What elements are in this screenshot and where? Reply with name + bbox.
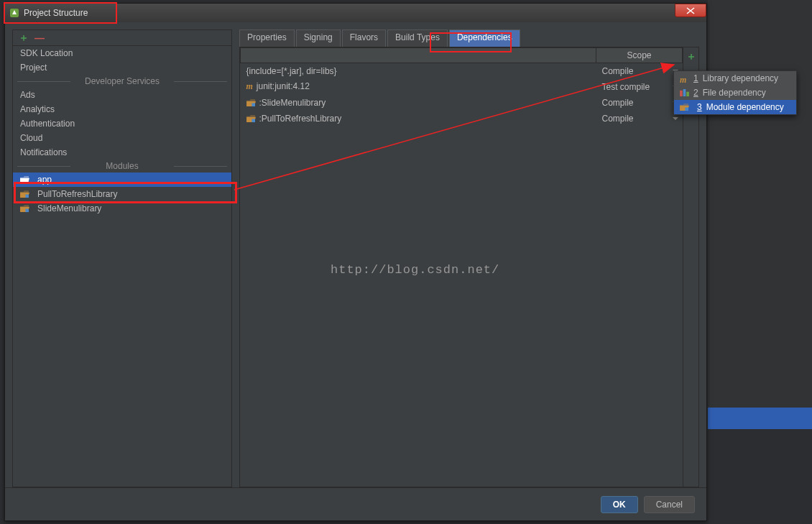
right-panel: PropertiesSigningFlavorsBuild TypesDepen… bbox=[239, 29, 699, 487]
dependency-name: junit:junit:4.12 bbox=[257, 81, 310, 91]
ok-button[interactable]: OK bbox=[601, 496, 638, 513]
sidebar-item-label: SlideMenulibrary bbox=[37, 203, 101, 213]
popup-item-shortcut: 2 bbox=[693, 88, 698, 98]
sidebar-item-label: Project bbox=[20, 63, 47, 73]
sidebar-item-cloud[interactable]: Cloud bbox=[13, 131, 231, 145]
dependency-scope-cell[interactable]: Test compile bbox=[596, 79, 683, 95]
left-list: SDK LocationProjectDeveloper ServicesAds… bbox=[13, 46, 231, 487]
sidebar-item-slidemenulibrary[interactable]: SlideMenulibrary bbox=[13, 201, 231, 216]
dependency-name-cell: mjunit:junit:4.12 bbox=[241, 79, 596, 95]
left-toolbar: ＋ — bbox=[13, 30, 231, 46]
sidebar-item-notifications[interactable]: Notifications bbox=[13, 145, 231, 160]
add-dependency-button[interactable]: ＋ bbox=[686, 50, 696, 63]
dependency-name-cell: :SlideMenulibrary bbox=[241, 95, 596, 111]
popup-item-label: Module dependency bbox=[706, 102, 784, 112]
dependency-row[interactable]: :SlideMenulibraryCompile bbox=[241, 95, 683, 111]
dependencies-table: Scope {include=[*.jar], dir=libs}Compile… bbox=[240, 47, 683, 127]
dependency-scope-cell[interactable]: Compile bbox=[596, 63, 683, 79]
svg-rect-8 bbox=[685, 107, 688, 111]
left-section-header: Developer Services bbox=[13, 75, 231, 88]
dependency-scope-cell[interactable]: Compile bbox=[596, 111, 683, 127]
col-scope-header[interactable]: Scope bbox=[596, 48, 683, 63]
tab-dependencies[interactable]: Dependencies bbox=[449, 29, 520, 47]
window-close-button[interactable] bbox=[675, 4, 706, 17]
dependency-row[interactable]: {include=[*.jar], dir=libs}Compile bbox=[241, 63, 683, 79]
popup-item-library-dependency[interactable]: m 1 Library dependency bbox=[674, 71, 796, 86]
svg-rect-7 bbox=[686, 91, 689, 96]
cancel-button[interactable]: Cancel bbox=[644, 496, 695, 513]
tab-build-types[interactable]: Build Types bbox=[387, 29, 448, 47]
dependency-name: :PullToRefreshLibrary bbox=[259, 114, 342, 124]
sidebar-item-pulltorefreshlibrary[interactable]: PullToRefreshLibrary bbox=[13, 187, 231, 201]
svg-rect-3 bbox=[252, 103, 255, 106]
svg-rect-2 bbox=[25, 208, 29, 212]
dependency-name: :SlideMenulibrary bbox=[259, 98, 326, 108]
sidebar-item-label: Authentication bbox=[20, 119, 75, 129]
svg-rect-5 bbox=[680, 90, 683, 96]
sidebar-item-label: Ads bbox=[20, 90, 35, 100]
left-section-header: Modules bbox=[13, 160, 231, 173]
dependency-name: {include=[*.jar], dir=libs} bbox=[246, 66, 337, 76]
sidebar-item-label: Analytics bbox=[20, 104, 55, 114]
dependencies-table-scroll[interactable]: Scope {include=[*.jar], dir=libs}Compile… bbox=[240, 47, 683, 487]
dependency-name-cell: {include=[*.jar], dir=libs} bbox=[241, 63, 596, 79]
background-panel bbox=[708, 0, 812, 408]
dialog-body: ＋ — SDK LocationProjectDeveloper Service… bbox=[5, 22, 706, 487]
background-accent bbox=[708, 408, 812, 429]
svg-rect-6 bbox=[683, 89, 686, 96]
tab-properties[interactable]: Properties bbox=[239, 29, 295, 47]
svg-rect-1 bbox=[25, 194, 29, 198]
sidebar-item-authentication[interactable]: Authentication bbox=[13, 116, 231, 131]
dialog-footer: OK Cancel bbox=[5, 487, 706, 520]
add-module-button[interactable]: ＋ bbox=[19, 32, 29, 45]
remove-module-button[interactable]: — bbox=[34, 32, 45, 44]
popup-item-shortcut: 1 bbox=[693, 73, 698, 83]
sidebar-item-label: app bbox=[37, 175, 52, 185]
popup-item-shortcut: 3 bbox=[697, 102, 702, 112]
left-panel: ＋ — SDK LocationProjectDeveloper Service… bbox=[12, 29, 232, 487]
sidebar-item-label: Notifications bbox=[20, 147, 67, 157]
tab-flavors[interactable]: Flavors bbox=[342, 29, 386, 47]
project-structure-dialog: Project Structure ＋ — SDK LocationProjec… bbox=[4, 3, 707, 521]
window-title: Project Structure bbox=[24, 8, 706, 18]
dependency-scope-cell[interactable]: Compile bbox=[596, 95, 683, 111]
dependency-row[interactable]: :PullToRefreshLibraryCompile bbox=[241, 111, 683, 127]
titlebar[interactable]: Project Structure bbox=[5, 4, 706, 22]
popup-item-label: Library dependency bbox=[703, 73, 778, 83]
col-name-header[interactable] bbox=[241, 48, 596, 63]
popup-item-label: File dependency bbox=[703, 88, 766, 98]
sidebar-item-project[interactable]: Project bbox=[13, 60, 231, 75]
sidebar-item-ads[interactable]: Ads bbox=[13, 88, 231, 102]
sidebar-item-analytics[interactable]: Analytics bbox=[13, 102, 231, 116]
dependencies-table-wrap: Scope {include=[*.jar], dir=libs}Compile… bbox=[239, 47, 699, 487]
sidebar-item-label: Cloud bbox=[20, 133, 42, 143]
dependency-row[interactable]: mjunit:junit:4.12Test compile bbox=[241, 79, 683, 95]
popup-item-file-dependency[interactable]: 2 File dependency bbox=[674, 86, 796, 100]
sidebar-item-label: PullToRefreshLibrary bbox=[37, 189, 117, 199]
sidebar-item-label: SDK Location bbox=[20, 48, 73, 58]
sidebar-item-app[interactable]: app bbox=[13, 173, 231, 187]
popup-item-module-dependency[interactable]: 3 Module dependency bbox=[674, 100, 796, 114]
add-dependency-popup: m 1 Library dependency 2 File dependency… bbox=[673, 70, 797, 115]
svg-rect-4 bbox=[252, 119, 255, 122]
annotation-title-highlight bbox=[4, 2, 117, 24]
tab-bar: PropertiesSigningFlavorsBuild TypesDepen… bbox=[239, 29, 699, 47]
tab-signing[interactable]: Signing bbox=[296, 29, 341, 47]
sidebar-item-sdk-location[interactable]: SDK Location bbox=[13, 46, 231, 60]
dependency-name-cell: :PullToRefreshLibrary bbox=[241, 111, 596, 127]
